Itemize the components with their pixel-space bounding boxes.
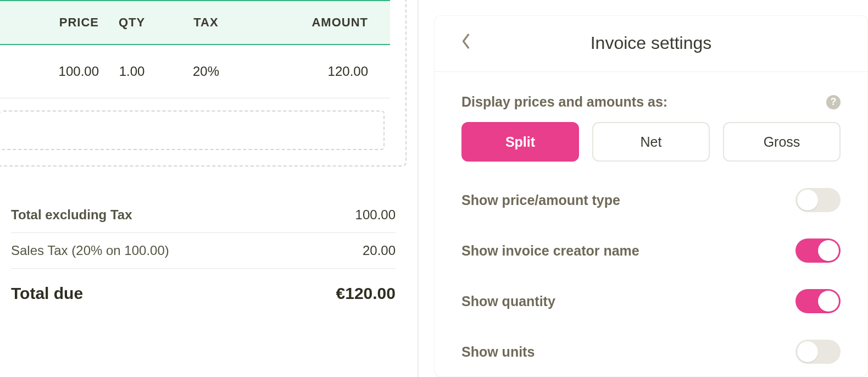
- setting-units: Show units: [461, 340, 841, 364]
- totals-due-label: Total due: [11, 284, 83, 303]
- toggle-knob: [797, 341, 818, 362]
- setting-creator: Show invoice creator name: [461, 239, 841, 263]
- toggle-knob: [818, 240, 839, 261]
- cell-price: 100.00: [0, 64, 99, 79]
- panel-title: Invoice settings: [454, 33, 848, 53]
- totals-due-value: €120.00: [336, 284, 396, 303]
- segment-net[interactable]: Net: [592, 122, 710, 162]
- panel-body: Display prices and amounts as: ? Split N…: [434, 72, 868, 364]
- cell-tax: 20%: [165, 64, 247, 79]
- setting-price-type-label: Show price/amount type: [461, 192, 620, 208]
- col-header-qty: QTY: [99, 15, 165, 30]
- segment-gross[interactable]: Gross: [723, 122, 841, 162]
- cell-amount: 120.00: [247, 64, 368, 79]
- toggle-creator[interactable]: [795, 239, 841, 263]
- segment-split[interactable]: Split: [461, 122, 579, 162]
- help-icon[interactable]: ?: [826, 95, 841, 109]
- toggle-quantity[interactable]: [795, 289, 841, 313]
- invoice-line-item[interactable]: 100.00 1.00 20% 120.00: [0, 45, 390, 98]
- totals-due: Total due €120.00: [11, 269, 396, 313]
- cell-qty: 1.00: [99, 64, 165, 79]
- invoice-table-header: PRICE QTY TAX AMOUNT: [0, 1, 390, 45]
- toggle-knob: [797, 190, 818, 210]
- invoice-preview: PRICE QTY TAX AMOUNT 100.00 1.00 20% 120…: [0, 0, 418, 377]
- setting-price-type: Show price/amount type: [461, 188, 841, 212]
- setting-quantity: Show quantity: [461, 289, 841, 313]
- add-line-placeholder[interactable]: [0, 110, 385, 150]
- col-header-amount: AMOUNT: [247, 15, 368, 30]
- panel-header: Invoice settings: [434, 15, 868, 72]
- toggle-price-type[interactable]: [795, 188, 841, 212]
- invoice-totals: Total excluding Tax 100.00 Sales Tax (20…: [0, 197, 407, 313]
- settings-column: Invoice settings Display prices and amou…: [418, 0, 868, 377]
- display-mode-label: Display prices and amounts as:: [461, 94, 667, 110]
- totals-tax: Sales Tax (20% on 100.00) 20.00: [11, 233, 396, 269]
- totals-tax-label: Sales Tax (20% on 100.00): [11, 243, 169, 258]
- invoice-drop-zone: PRICE QTY TAX AMOUNT 100.00 1.00 20% 120…: [0, 0, 407, 167]
- setting-units-label: Show units: [461, 344, 535, 360]
- display-mode-header: Display prices and amounts as: ?: [461, 94, 841, 110]
- display-mode-segmented: Split Net Gross: [461, 122, 841, 162]
- invoice-table: PRICE QTY TAX AMOUNT 100.00 1.00 20% 120…: [0, 0, 390, 98]
- settings-panel: Invoice settings Display prices and amou…: [434, 15, 868, 377]
- totals-ex-tax: Total excluding Tax 100.00: [11, 197, 396, 233]
- totals-ex-tax-label: Total excluding Tax: [11, 207, 132, 223]
- col-header-price: PRICE: [0, 15, 99, 30]
- col-header-tax: TAX: [165, 15, 247, 30]
- totals-tax-value: 20.00: [363, 243, 396, 258]
- setting-quantity-label: Show quantity: [461, 293, 555, 309]
- toggle-units[interactable]: [795, 340, 841, 364]
- toggle-knob: [818, 291, 839, 312]
- totals-ex-tax-value: 100.00: [355, 207, 396, 223]
- setting-creator-label: Show invoice creator name: [461, 243, 639, 259]
